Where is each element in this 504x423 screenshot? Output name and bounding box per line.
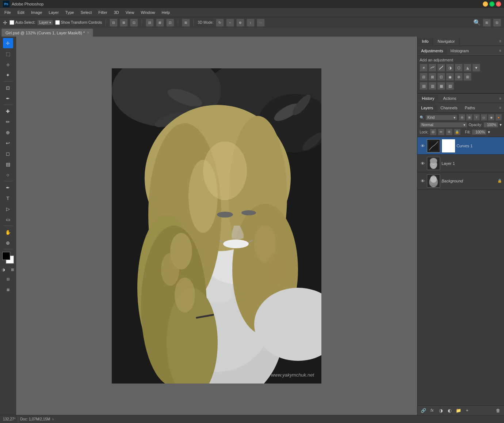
healing-tool[interactable]: ✚ <box>3 106 13 116</box>
menu-view[interactable]: View <box>123 10 137 15</box>
pen-tool[interactable]: ✒ <box>3 182 13 193</box>
lock-position-btn[interactable]: ✛ <box>446 129 453 135</box>
type-tool[interactable]: T <box>3 193 13 203</box>
align-center-v-btn[interactable]: ⊠ <box>156 19 164 27</box>
show-transform-checkbox[interactable] <box>55 20 60 25</box>
delete-layer-btn[interactable]: 🗑 <box>495 407 502 414</box>
panel-menu-button[interactable]: ≡ <box>497 38 504 45</box>
layer-adjustment-btn[interactable]: ◐ <box>446 407 453 414</box>
layer-item-curves1[interactable]: 👁 Curves 1 <box>417 137 504 155</box>
search-icon[interactable]: 🔍 <box>473 19 481 26</box>
slide-3d-btn[interactable]: ↕ <box>247 19 255 27</box>
document-tab[interactable]: Girl.psd @ 132% (Curves 1, Layer Mask/8)… <box>1 29 93 37</box>
show-transform-check[interactable]: Show Transform Controls <box>55 20 102 25</box>
align-center-h-btn[interactable]: ⊠ <box>120 19 128 27</box>
adj-panel-menu[interactable]: ≡ <box>497 47 504 54</box>
gradient-map-adj-icon[interactable]: ▥ <box>428 82 436 90</box>
clone-tool[interactable]: ⊕ <box>3 127 13 137</box>
zoom-3d-btn[interactable]: ⊕ <box>236 19 244 27</box>
menu-type[interactable]: Type <box>62 10 77 15</box>
exposure-adj-icon[interactable]: ◑ <box>446 64 454 72</box>
auto-select-check[interactable]: Auto-Select: <box>9 20 35 25</box>
magic-wand-tool[interactable]: ✦ <box>3 70 13 80</box>
close-button[interactable]: × <box>496 1 501 7</box>
arrange-btn[interactable]: ⊞ <box>483 19 491 27</box>
layer-folder-btn[interactable]: 📁 <box>455 407 462 414</box>
pattern-adj-icon[interactable]: ▧ <box>446 82 454 90</box>
layer-visibility-layer1[interactable]: 👁 <box>420 160 425 166</box>
invert-adj-icon[interactable]: ⊕ <box>455 73 463 81</box>
tab-channels[interactable]: Channels <box>437 104 461 112</box>
tab-histogram[interactable]: Histogram <box>447 47 473 54</box>
layer-kind-dropdown[interactable]: Kind ▾ <box>425 115 457 120</box>
layer-fx-btn[interactable]: fx <box>428 407 436 414</box>
auto-select-checkbox[interactable] <box>9 20 14 25</box>
move-tool[interactable]: ✛ <box>3 38 13 48</box>
lasso-tool[interactable]: ⌾ <box>3 59 13 69</box>
filter-adjustment-btn[interactable]: ⊠ <box>466 114 473 121</box>
foreground-color-swatch[interactable] <box>2 252 10 260</box>
tab-navigator[interactable]: Navigator <box>433 38 459 45</box>
tab-info[interactable]: Info <box>417 38 433 45</box>
curves-adj-icon[interactable] <box>437 64 445 72</box>
filter-shape-btn[interactable]: ▭ <box>481 114 487 121</box>
menu-3d[interactable]: 3D <box>111 10 122 15</box>
tab-actions[interactable]: Actions <box>439 95 461 102</box>
color-balance-adj-icon[interactable]: ▼ <box>472 64 480 72</box>
selective-color-adj-icon[interactable]: ▦ <box>437 82 445 90</box>
posterize-adj-icon[interactable]: ⊞ <box>463 73 471 81</box>
maximize-button[interactable]: □ <box>489 1 495 7</box>
screen-mode-tool[interactable]: ⊞ <box>8 265 16 273</box>
align-top-btn[interactable]: ⊟ <box>146 19 154 27</box>
foreground-background-colors[interactable] <box>2 252 14 264</box>
vibrance-adj-icon[interactable]: ⬡ <box>455 64 463 72</box>
menu-image[interactable]: Image <box>28 10 45 15</box>
layer-item-background[interactable]: 👁 Background 🔒 <box>417 172 504 190</box>
zoom-tool[interactable]: ⊕ <box>3 238 13 248</box>
align-left-btn[interactable]: ⊟ <box>110 19 118 27</box>
marquee-tool[interactable]: ⬚ <box>3 49 13 59</box>
menu-window[interactable]: Window <box>138 10 158 15</box>
align-right-btn[interactable]: ⊡ <box>130 19 138 27</box>
lock-image-btn[interactable]: ✏ <box>438 129 444 135</box>
crop-tool[interactable]: ⊡ <box>3 83 13 93</box>
tab-layers[interactable]: Layers <box>417 104 437 112</box>
quick-mask-tool[interactable]: ◑ <box>0 265 8 273</box>
extra-tool[interactable]: ⊟ <box>3 274 13 284</box>
align-bottom-btn[interactable]: ⊡ <box>166 19 174 27</box>
layer-visibility-background[interactable]: 👁 <box>420 178 425 184</box>
layer-link-btn[interactable]: 🔗 <box>420 407 427 414</box>
levels-adj-icon[interactable] <box>428 64 436 72</box>
tab-close-button[interactable]: × <box>87 31 89 35</box>
lock-transparent-btn[interactable]: ⊟ <box>430 129 436 135</box>
eraser-tool[interactable]: ◻ <box>3 148 13 159</box>
color-lookup-adj-icon[interactable]: ◉ <box>446 73 454 81</box>
layer-visibility-curves1[interactable]: 👁 <box>420 143 425 149</box>
blend-mode-dropdown[interactable]: Normal ▾ <box>420 122 467 128</box>
photo-filter-adj-icon[interactable]: ⊠ <box>428 73 436 81</box>
history-brush-tool[interactable]: ↩ <box>3 138 13 148</box>
brightness-adj-icon[interactable]: ☀ <box>420 64 428 72</box>
bw-adj-icon[interactable]: ⊟ <box>420 73 428 81</box>
tab-adjustments[interactable]: Adjustments <box>417 47 447 54</box>
lock-all-btn[interactable]: 🔒 <box>454 129 461 135</box>
history-panel-menu[interactable]: ≡ <box>497 95 504 102</box>
menu-filter[interactable]: Filter <box>95 10 110 15</box>
eyedropper-tool[interactable]: ✒ <box>3 93 13 103</box>
pan-3d-btn[interactable]: ↔ <box>226 19 234 27</box>
brush-tool[interactable]: ✏ <box>3 117 13 127</box>
workspace-btn[interactable]: ⊟ <box>493 19 501 27</box>
gradient-tool[interactable]: ▤ <box>3 159 13 169</box>
threshold-adj-icon[interactable]: ▤ <box>420 82 428 90</box>
tab-paths[interactable]: Paths <box>461 104 479 112</box>
menu-help[interactable]: Help <box>159 10 173 15</box>
path-select-tool[interactable]: ▷ <box>3 204 13 214</box>
menu-layer[interactable]: Layer <box>46 10 62 15</box>
menu-select[interactable]: Select <box>78 10 95 15</box>
menu-file[interactable]: File <box>1 10 14 15</box>
filter-pixel-btn[interactable]: ⊟ <box>459 114 465 121</box>
rotate-3d-btn[interactable]: ↻ <box>216 19 224 27</box>
more-options-btn[interactable]: ··· <box>257 19 265 27</box>
filter-smart-btn[interactable]: ◉ <box>488 114 495 121</box>
extra-tool-2[interactable]: ⊠ <box>3 284 13 295</box>
